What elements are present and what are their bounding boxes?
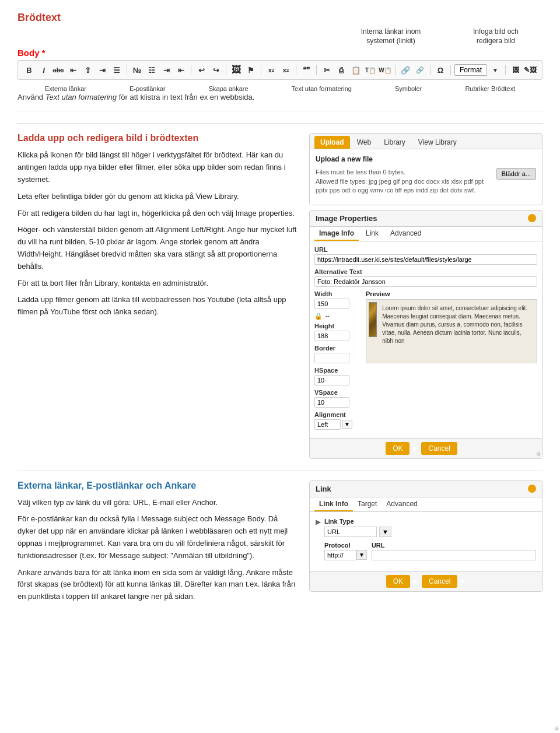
image-properties-tabs: Image Info Link Advanced	[310, 227, 542, 241]
format-dropdown[interactable]: Format	[454, 64, 487, 76]
cut-button[interactable]: ✂	[320, 64, 333, 76]
alignment-dropdown-btn[interactable]: ▼	[342, 420, 352, 429]
link-dialog-close[interactable]	[528, 485, 536, 493]
props-two-col: Width 🔒 ↔	[314, 290, 537, 433]
link-type-input-group: ▼	[324, 527, 536, 537]
upload-info: Files must be less than 0 bytes. Allowed…	[316, 168, 496, 195]
l-tab-link-info[interactable]: Link Info	[314, 497, 353, 511]
paste-word-button[interactable]: W📋	[379, 64, 391, 76]
image-properties-body: URL Alternative Text Width	[310, 241, 542, 438]
field-url-input[interactable]	[314, 254, 537, 265]
section1-para4: Höger- och vänsterställ bilden genom att…	[18, 224, 298, 272]
special-chars-button[interactable]: Ω	[434, 64, 447, 76]
field-border-input[interactable]	[314, 353, 349, 363]
undo-button[interactable]: ↩	[195, 64, 208, 76]
link-type-label: Link Type	[324, 518, 536, 525]
unordered-list-button[interactable]: ☷	[145, 64, 158, 76]
upload-content: Upload a new file Files must be less tha…	[310, 149, 542, 204]
link-type-dropdown[interactable]: ▼	[379, 527, 391, 537]
align-center-button[interactable]: ⇧	[81, 64, 94, 76]
copy-button[interactable]: ⎙	[335, 64, 348, 76]
toolbar-separator-6	[316, 65, 317, 75]
format-dropdown-arrow[interactable]: ▼	[489, 64, 502, 76]
field-alignment-input[interactable]	[314, 419, 341, 430]
strikethrough-button[interactable]: abc	[52, 64, 65, 76]
protocol-dropdown[interactable]: ▼	[356, 550, 367, 560]
tab-web[interactable]: Web	[351, 136, 377, 149]
bold-button[interactable]: B	[23, 64, 36, 76]
subscript-button[interactable]: x2	[279, 64, 292, 76]
field-vspace-label: VSpace	[314, 389, 361, 396]
protocol-label: Protocol	[324, 542, 367, 549]
field-alignment-label: Alignment	[314, 411, 361, 418]
image-properties-title: Image Properties	[316, 214, 377, 223]
anchor-button[interactable]: ⚑	[244, 64, 257, 76]
justify-button[interactable]: ☰	[110, 64, 123, 76]
link-tool-button[interactable]: 🔗	[399, 64, 412, 76]
resize-handle[interactable]: ⟱	[536, 451, 541, 457]
page-title: Brödtext	[18, 12, 542, 24]
protocol-input[interactable]	[324, 550, 356, 560]
field-hspace-label: HSpace	[314, 367, 361, 374]
ip-tab-link[interactable]: Link	[361, 227, 383, 241]
section2-left: Externa länkar, E-postlänkar och Ankare …	[18, 481, 298, 608]
field-width-label: Width	[314, 290, 361, 297]
section2-para1: Välj vilken typ av länk du vill göra: UR…	[18, 497, 298, 509]
image-properties-header: Image Properties	[310, 211, 542, 227]
indent-button[interactable]: ⇥	[160, 64, 173, 76]
ann-create-anchor: Skapa ankare	[209, 85, 249, 93]
preview-image	[369, 302, 377, 337]
field-vspace-input[interactable]	[314, 397, 349, 408]
browse-button[interactable]: Bläddr a...	[496, 168, 536, 180]
ip-tab-image-info[interactable]: Image Info	[314, 227, 359, 241]
ordered-list-button[interactable]: №	[131, 64, 144, 76]
tab-library[interactable]: Library	[378, 136, 411, 149]
url-input[interactable]	[372, 550, 536, 560]
image-properties-cancel[interactable]: Cancel	[421, 442, 457, 455]
section2-right: Link Link Info Target Advanced ▶	[309, 481, 542, 608]
image-edit-button[interactable]: ✎🖼	[524, 64, 537, 76]
field-width-input[interactable]	[314, 299, 349, 309]
annotation-top-row: Interna länkar inom systemet (linkit) In…	[18, 27, 542, 45]
field-alt-input[interactable]	[314, 276, 537, 287]
section2-title: Externa länkar, E-postlänkar och Ankare	[18, 481, 298, 491]
toolbar-separator-3	[226, 65, 226, 75]
link-cancel-button[interactable]: Cancel	[422, 575, 457, 588]
section1-container: Ladda upp och redigera bild i brödtexten…	[18, 133, 542, 458]
image-properties-close[interactable]	[528, 214, 536, 222]
toolbar-separator-7	[395, 65, 396, 75]
divider-2	[18, 471, 542, 471]
field-alt-label: Alternative Text	[314, 268, 537, 275]
cancel-x: ✕	[461, 442, 466, 455]
paste-button[interactable]: 📋	[349, 64, 362, 76]
image-properties-ok[interactable]: OK	[386, 442, 410, 455]
blockquote-button[interactable]: ❝❞	[300, 64, 313, 76]
image-properties-dialog: Image Properties Image Info Link Advance…	[309, 210, 542, 459]
expand-arrow[interactable]: ▶	[316, 518, 321, 526]
field-height-input[interactable]	[314, 331, 349, 341]
tab-view-library[interactable]: View Library	[412, 136, 463, 149]
align-left-button[interactable]: ⇤	[66, 64, 79, 76]
italic-button[interactable]: I	[37, 64, 50, 76]
l-tab-target[interactable]: Target	[353, 497, 382, 511]
props-right-col: Preview Lorem ipsum dolor sit amet, cons…	[366, 290, 537, 433]
ann-email-links: E-postlänkar	[130, 85, 166, 93]
align-right-button[interactable]: ⇥	[96, 64, 108, 76]
link-ok-button[interactable]: OK	[386, 575, 410, 588]
protocol-url-row: Protocol ▼ URL	[324, 542, 536, 560]
unlink-button[interactable]: 🔗	[414, 64, 426, 76]
body-field-label: Body *	[18, 48, 542, 58]
usage-note: Använd Text utan formatering för att kli…	[18, 93, 542, 111]
field-hspace-input[interactable]	[314, 375, 349, 385]
link-type-field[interactable]	[324, 527, 377, 537]
editor-toolbar: B I abc ⇤ ⇧ ⇥ ☰ № ☷ ⇥ ⇤ ↩ ↪ 🖼 ⚑ x2	[18, 60, 542, 80]
paste-text-button[interactable]: T📋	[364, 64, 377, 76]
image-insert-button[interactable]: 🖼	[509, 64, 522, 76]
outdent-button[interactable]: ⇤	[174, 64, 187, 76]
l-tab-advanced[interactable]: Advanced	[382, 497, 422, 511]
ip-tab-advanced[interactable]: Advanced	[386, 227, 426, 241]
image-tool-button[interactable]: 🖼	[230, 64, 243, 76]
superscript-button[interactable]: x2	[265, 64, 278, 76]
redo-button[interactable]: ↪	[209, 64, 222, 76]
tab-upload[interactable]: Upload	[314, 136, 350, 149]
